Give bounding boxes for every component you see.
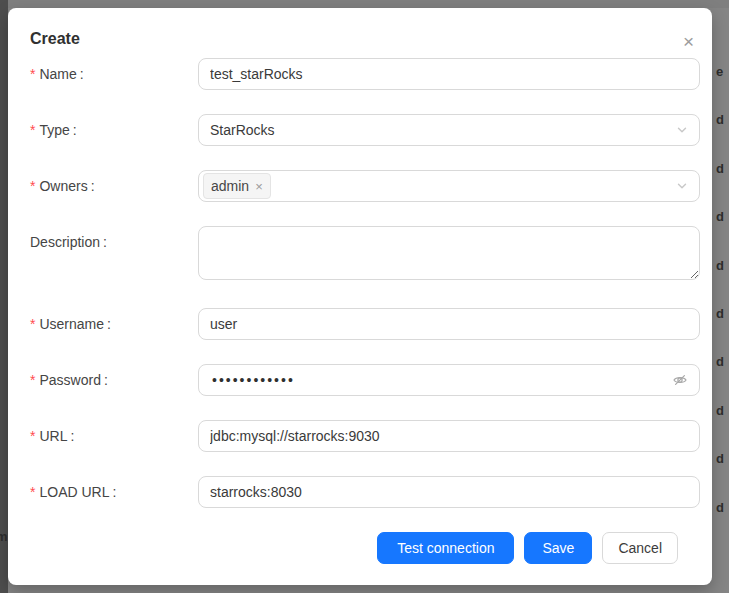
url-label: *URL: bbox=[30, 420, 198, 452]
required-asterisk: * bbox=[30, 66, 35, 82]
owner-tag: admin× bbox=[203, 173, 271, 199]
chevron-down-icon bbox=[676, 124, 688, 136]
password-input[interactable] bbox=[210, 371, 664, 389]
username-input[interactable] bbox=[198, 308, 700, 340]
backdrop-fragment: d bbox=[716, 112, 729, 128]
required-asterisk: * bbox=[30, 484, 35, 500]
backdrop-fragment: d bbox=[716, 354, 729, 370]
form-row-description: Description: bbox=[30, 226, 700, 284]
dialog-header: Create × bbox=[8, 8, 712, 49]
dialog-title: Create bbox=[30, 29, 688, 49]
backdrop-fragment: d bbox=[716, 451, 729, 467]
eye-invisible-icon[interactable] bbox=[672, 372, 688, 388]
tag-close-icon[interactable]: × bbox=[255, 180, 263, 193]
owner-tag-label: admin bbox=[211, 178, 249, 194]
required-asterisk: * bbox=[30, 372, 35, 388]
type-select[interactable]: StarRocks bbox=[198, 114, 700, 146]
required-asterisk: * bbox=[30, 178, 35, 194]
form-row-password: *Password: bbox=[30, 364, 700, 396]
backdrop-fragment: d bbox=[716, 306, 729, 322]
load-url-input[interactable] bbox=[198, 476, 700, 508]
required-asterisk: * bbox=[30, 316, 35, 332]
backdrop-fragment: d bbox=[716, 258, 729, 274]
form-row-url: *URL: bbox=[30, 420, 700, 452]
backdrop-fragment: d bbox=[716, 209, 729, 225]
close-icon[interactable]: × bbox=[677, 30, 700, 53]
form-row-name: *Name: bbox=[30, 58, 700, 90]
backdrop-fragment: e bbox=[716, 64, 729, 80]
create-form: *Name: *Type: StarRocks bbox=[8, 58, 712, 564]
name-input[interactable] bbox=[198, 58, 700, 90]
type-select-value: StarRocks bbox=[210, 122, 676, 138]
form-row-type: *Type: StarRocks bbox=[30, 114, 700, 146]
chevron-down-icon bbox=[676, 180, 688, 192]
owners-select[interactable]: admin× bbox=[198, 170, 700, 202]
required-asterisk: * bbox=[30, 122, 35, 138]
owners-label: *Owners: bbox=[30, 170, 198, 202]
test-connection-button[interactable]: Test connection bbox=[377, 532, 514, 564]
name-label: *Name: bbox=[30, 58, 198, 90]
cancel-button[interactable]: Cancel bbox=[602, 532, 678, 564]
backdrop-fragment: d bbox=[716, 500, 729, 516]
create-dialog: Create × *Name: *Type: StarRocks bbox=[8, 8, 712, 585]
description-textarea[interactable] bbox=[198, 226, 700, 280]
dialog-footer: Test connection Save Cancel bbox=[30, 532, 700, 564]
form-row-username: *Username: bbox=[30, 308, 700, 340]
url-input[interactable] bbox=[198, 420, 700, 452]
form-row-load-url: *LOAD URL: bbox=[30, 476, 700, 508]
backdrop-top-strip bbox=[0, 0, 729, 8]
backdrop-fragment: d bbox=[716, 161, 729, 177]
password-field bbox=[198, 364, 700, 396]
password-label: *Password: bbox=[30, 364, 198, 396]
backdrop-fragment: d bbox=[716, 403, 729, 419]
backdrop-left-strip bbox=[0, 0, 8, 593]
save-button[interactable]: Save bbox=[524, 532, 592, 564]
username-label: *Username: bbox=[30, 308, 198, 340]
required-asterisk: * bbox=[30, 428, 35, 444]
type-label: *Type: bbox=[30, 114, 198, 146]
form-row-owners: *Owners: admin× bbox=[30, 170, 700, 202]
description-label: Description: bbox=[30, 226, 198, 258]
load-url-label: *LOAD URL: bbox=[30, 476, 198, 508]
backdrop-fragment-left: m bbox=[0, 529, 7, 545]
screen: eddddddddd m Create × *Name: *Type: Star… bbox=[0, 0, 729, 593]
